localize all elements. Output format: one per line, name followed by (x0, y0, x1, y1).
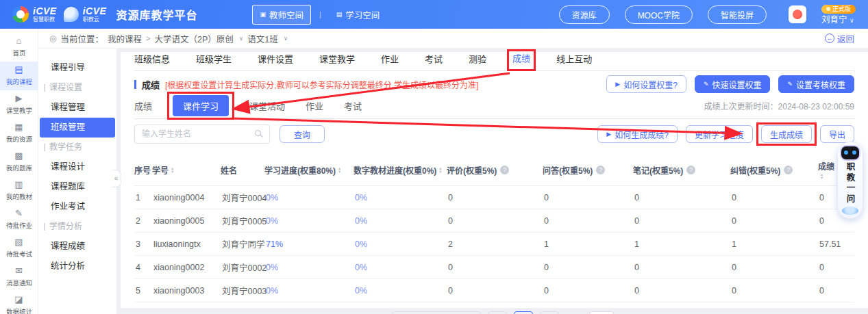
tab-online-interaction[interactable]: 线上互动 (556, 52, 592, 70)
student-space-button[interactable]: ▤ 学习空间 (330, 5, 387, 24)
col-student-id[interactable]: 学号 ▴▾ (152, 164, 221, 176)
widget-label: 职教一问 (844, 162, 857, 205)
current-page-button[interactable]: 1 (514, 311, 533, 314)
statistics-icon: ◪ (14, 295, 23, 304)
sidebar-item-home[interactable]: ⌂ 首页 (0, 33, 38, 62)
edit-icon: ✎ (704, 81, 709, 88)
tab-quiz[interactable]: 测验 (469, 52, 486, 70)
generate-grades-button[interactable]: 生成成绩 (761, 125, 812, 143)
export-button[interactable]: 导出 (820, 125, 854, 143)
next-page-button[interactable]: › (540, 311, 559, 314)
ebook-progress-link[interactable]: 0% (354, 263, 447, 272)
sort-icon[interactable]: ▴▾ (171, 166, 173, 173)
col-learning-progress[interactable]: 学习进度(权重80%) ▴▾ (264, 164, 354, 176)
student-name-search-input[interactable] (134, 125, 270, 144)
set-assessment-weight-button[interactable]: ✎ 设置考核权重 (778, 75, 854, 93)
sidebar-item-course-grades[interactable]: 课程成绩 (40, 237, 115, 257)
ebook-progress-link[interactable]: 0% (354, 239, 447, 249)
book-icon: ▤ (336, 11, 343, 18)
grades-notice-row: 成绩 [根据权重设置计算生成实际分,教师可以参考实际分调整最终分,学生成绩以最终… (134, 75, 854, 93)
app-icon[interactable] (789, 5, 806, 23)
how-to-set-weight-button[interactable]: ▶ 如何设置权重? (606, 75, 686, 93)
col-ebook-progress[interactable]: 数字教材进度(权重0%) ▴▾ (354, 164, 447, 176)
help-icon[interactable]: ? (500, 166, 509, 174)
user-block[interactable]: 正式版 刘育宁 ∨ (821, 5, 856, 25)
subtab-homework[interactable]: 作业 (306, 99, 323, 112)
chevron-down-icon[interactable]: ∨ (239, 35, 244, 42)
sidebar-item-statistical-analysis[interactable]: 统计分析 (40, 257, 115, 276)
tab-class-info[interactable]: 班级信息 (134, 52, 170, 70)
help-icon[interactable]: ? (596, 166, 605, 174)
subtab-classroom-activities[interactable]: 课堂活动 (249, 99, 285, 112)
tab-classroom-teaching[interactable]: 课堂教学 (319, 52, 355, 70)
tab-class-students[interactable]: 班级学生 (196, 52, 232, 70)
table-header-row: 序号 学号 ▴▾ 姓名 学习进度(权重80%) ▴▾ 数字教材进度(权重0%) … (134, 153, 854, 186)
sidebar-item-homework-exam[interactable]: 作业考试 (40, 197, 115, 217)
sidebar-item-pending-exams[interactable]: ▧ 待批考试 (0, 234, 38, 263)
logo-name: iCVE (83, 6, 107, 16)
tab-exam[interactable]: 考试 (425, 52, 443, 70)
sidebar-item-my-resources[interactable]: ▦ 我的资源 (0, 119, 38, 148)
ebook-progress-link[interactable]: 0% (354, 193, 447, 202)
tab-grades[interactable]: 成绩 (512, 51, 530, 71)
tab-homework[interactable]: 作业 (381, 52, 399, 70)
sidebar-item-my-courses[interactable]: ▤ 我的课程 (0, 62, 38, 90)
sidebar-item-pending-homework[interactable]: ✎ 待批作业 (0, 205, 38, 234)
tab-courseware-settings[interactable]: 课件设置 (258, 52, 293, 70)
sidebar-item-question-bank[interactable]: ▩ 我的题库 (0, 148, 38, 176)
sidebar-collapse-handle[interactable]: « (112, 170, 121, 187)
sidebar-item-course-question-bank[interactable]: 课程题库 (40, 177, 115, 197)
sidebar-item-course-guide[interactable]: 课程引导 (40, 58, 115, 78)
query-button[interactable]: 查询 (280, 125, 325, 143)
sort-icon[interactable]: ▴▾ (439, 166, 441, 173)
quick-set-weight-button[interactable]: ✎ 快速设置权重 (695, 75, 771, 93)
col-qa: 问答(权重5%) ? (543, 164, 633, 176)
chevron-down-icon[interactable]: ∨ (284, 35, 288, 42)
sidebar-item-statistics[interactable]: ◪ 数据统计 (0, 291, 38, 314)
sidebar-item-notifications[interactable]: ✉ 消息通知 (0, 263, 38, 291)
progress-link[interactable]: 0% (264, 193, 354, 202)
main-panel: 班级信息 班级学生 课件设置 课堂教学 作业 考试 测验 成绩 线上互动 成绩 … (121, 52, 868, 308)
search-icon (255, 130, 261, 136)
smart-screencast-button[interactable]: 智能投屏 (708, 5, 767, 24)
chevron-down-icon: ∨ (850, 17, 854, 24)
update-learning-progress-button[interactable]: 更新学习进度 (686, 125, 753, 143)
teacher-space-button[interactable]: ▣ 教师空间 (252, 5, 311, 25)
goto-page-input[interactable] (589, 311, 614, 314)
sidebar-item-course-management[interactable]: 课程管理 (40, 98, 115, 118)
back-button[interactable]: ← 返回 (825, 32, 854, 45)
sidebar-item-classroom-teaching[interactable]: ▶ 课堂教学 (0, 90, 38, 119)
progress-link[interactable]: 0% (264, 286, 354, 296)
mooc-college-button[interactable]: MOOC学院 (625, 5, 693, 24)
help-icon[interactable]: ? (784, 166, 793, 174)
zhijiao-yiwen-widget[interactable]: 职教一问 (837, 142, 863, 219)
logo-sub: 职教云 (83, 17, 107, 23)
sidebar-item-textbooks[interactable]: ▥ 我的教材 (0, 176, 38, 205)
title-bar-icon (134, 80, 136, 89)
progress-link[interactable]: 0% (264, 263, 354, 272)
ebook-progress-link[interactable]: 0% (354, 286, 447, 296)
how-to-generate-grades-button[interactable]: ▶ 如何生成成绩? (597, 125, 678, 143)
my-courses-icon: ▤ (14, 65, 23, 75)
breadcrumb-my-courses[interactable]: 我的课程 (108, 32, 142, 45)
username[interactable]: 刘育宁 ∨ (821, 16, 854, 25)
sidebar-group-teaching-tasks: 教学任务 (38, 138, 116, 157)
breadcrumb-course[interactable]: 大学语文（2P）原创 (154, 32, 233, 45)
subtab-exam[interactable]: 考试 (344, 99, 362, 112)
table-toolbar: 查询 ▶ 如何生成成绩? 更新学习进度 生成成绩 导出 (134, 125, 854, 144)
breadcrumb-class[interactable]: 语文1班 (247, 32, 277, 45)
ebook-progress-link[interactable]: 0% (354, 216, 447, 226)
help-icon[interactable]: ? (686, 166, 695, 174)
subtab-grades[interactable]: 成绩 (134, 99, 152, 112)
subtab-courseware-learning[interactable]: 课件学习 (173, 95, 229, 116)
page-size-select[interactable]: 10条/页 ∨ (392, 311, 481, 314)
progress-link[interactable]: 0% (264, 216, 354, 226)
sidebar-item-class-management[interactable]: 班级管理 (40, 118, 115, 138)
sort-icon[interactable]: ▴▾ (821, 172, 823, 179)
sort-icon[interactable]: ▴▾ (338, 166, 340, 173)
prev-page-button[interactable]: ‹ (488, 311, 507, 314)
section-title: 成绩 (142, 78, 160, 91)
resource-library-button[interactable]: 资源库 (559, 5, 610, 24)
progress-link[interactable]: 71% (264, 239, 354, 249)
sidebar-item-course-design[interactable]: 课程设计 (40, 157, 115, 177)
